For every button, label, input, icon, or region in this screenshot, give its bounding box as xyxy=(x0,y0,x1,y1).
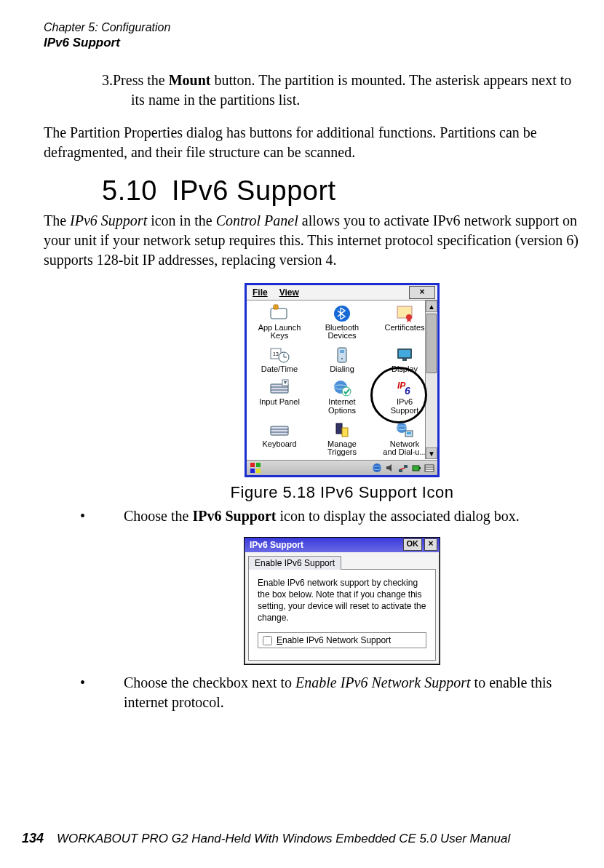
tab-enable-ipv6[interactable]: Enable IPv6 Support xyxy=(248,556,341,570)
svg-point-13 xyxy=(341,358,343,359)
page-header-section: IPv6 Support xyxy=(44,36,582,50)
cp-item-label: Keyboard xyxy=(262,440,296,449)
dialog-explainer: Enable IPv6 network support by checking … xyxy=(258,577,426,624)
keys-icon: A xyxy=(269,303,290,324)
scrollbar[interactable]: ▲ ▼ xyxy=(425,300,437,459)
dialog-titlebar: IPv6 Support OK × xyxy=(245,538,440,552)
enable-ipv6-row[interactable]: Enable IPv6 Network Support xyxy=(258,632,426,648)
svg-point-5 xyxy=(406,314,412,320)
bullet-choose-icon: •Choose the IPv6 Support icon to display… xyxy=(102,506,582,526)
taskbar xyxy=(247,460,437,475)
svg-text:13: 13 xyxy=(273,351,279,357)
svg-rect-46 xyxy=(419,467,421,469)
svg-rect-43 xyxy=(404,465,408,468)
control-panel-window: File View × AApp LaunchKeysBluetoothDevi… xyxy=(245,283,440,477)
cp-item-label: BluetoothDevices xyxy=(325,324,359,341)
cp-item-clock[interactable]: 13Date/Time xyxy=(248,345,311,374)
certificate-icon xyxy=(394,303,416,324)
mount-label: Mount xyxy=(169,72,211,88)
cp-item-globe-check[interactable]: InternetOptions xyxy=(311,378,373,415)
clock-icon: 13 xyxy=(269,345,290,365)
display-icon xyxy=(394,345,416,365)
step-3: 3.Press the Mount button. The partition … xyxy=(102,71,582,110)
svg-rect-45 xyxy=(413,466,419,471)
cp-item-label: App LaunchKeys xyxy=(258,324,301,341)
bluetooth-icon xyxy=(331,303,353,324)
tray-sip-icon[interactable] xyxy=(424,463,434,473)
start-icon[interactable] xyxy=(250,462,261,474)
menu-view[interactable]: View xyxy=(274,287,305,298)
manual-title: WORKABOUT PRO G2 Hand-Held With Windows … xyxy=(57,832,510,846)
cp-item-label: Display xyxy=(392,365,418,374)
svg-rect-34 xyxy=(407,432,411,434)
dialog-title: IPv6 Support xyxy=(247,540,403,550)
cp-item-keyboard[interactable]: Input Panel xyxy=(248,378,311,415)
svg-rect-0 xyxy=(271,308,287,319)
svg-point-23 xyxy=(342,387,351,396)
svg-rect-36 xyxy=(256,463,261,467)
close-icon[interactable]: × xyxy=(424,538,437,551)
svg-text:6: 6 xyxy=(405,385,410,397)
svg-rect-35 xyxy=(250,463,255,467)
cp-item-keys[interactable]: AApp LaunchKeys xyxy=(248,303,311,341)
cp-item-label: Dialing xyxy=(330,365,354,374)
enable-ipv6-checkbox[interactable] xyxy=(263,636,272,645)
globe-check-icon xyxy=(331,378,353,398)
keyboard-icon xyxy=(269,378,290,398)
svg-line-44 xyxy=(400,468,405,469)
svg-rect-29 xyxy=(336,423,342,434)
svg-point-39 xyxy=(373,463,381,472)
bullet-enable-checkbox: •Choose the checkbox next to Enable IPv6… xyxy=(102,673,582,712)
menu-file[interactable]: File xyxy=(247,287,274,298)
svg-rect-12 xyxy=(340,350,344,353)
svg-rect-15 xyxy=(399,350,410,357)
figure-caption: Figure 5.18 IPv6 Support Icon xyxy=(102,483,582,502)
svg-rect-26 xyxy=(271,426,288,435)
page-header-chapter: Chapter 5: Configuration xyxy=(44,20,582,36)
tray-battery-icon[interactable] xyxy=(411,463,421,473)
tray-volume-icon[interactable] xyxy=(385,463,395,473)
menubar: File View × xyxy=(247,285,437,300)
svg-rect-38 xyxy=(256,469,261,473)
cp-item-triggers[interactable]: ManageTriggers xyxy=(311,420,373,457)
tray-globe-icon[interactable] xyxy=(372,463,382,473)
ok-button[interactable]: OK xyxy=(403,538,423,551)
triggers-icon xyxy=(331,420,353,440)
cp-item-keyboard2[interactable]: Keyboard xyxy=(248,420,311,457)
cp-item-label: ManageTriggers xyxy=(327,440,357,457)
scroll-up-icon[interactable]: ▲ xyxy=(426,300,437,312)
scroll-down-icon[interactable]: ▼ xyxy=(426,447,437,459)
cp-item-label: Input Panel xyxy=(259,398,300,407)
page-number: 134 xyxy=(22,831,44,846)
ipv6-support-dialog: IPv6 Support OK × Enable IPv6 Support En… xyxy=(245,538,440,665)
control-panel-grid: AApp LaunchKeysBluetoothDevicesCertifica… xyxy=(247,300,437,460)
scroll-thumb[interactable] xyxy=(426,314,437,373)
network-icon xyxy=(394,420,416,440)
svg-marker-41 xyxy=(386,464,392,471)
cp-item-label: Networkand Dial-u... xyxy=(383,440,426,457)
svg-rect-47 xyxy=(425,465,434,471)
partition-paragraph: The Partition Properties dialog has butt… xyxy=(44,123,582,162)
ipv6-icon: IP6 xyxy=(394,378,416,398)
close-icon[interactable]: × xyxy=(409,286,435,299)
step-number: 3. xyxy=(102,72,113,88)
keyboard2-icon xyxy=(269,420,290,440)
svg-rect-16 xyxy=(402,359,407,361)
tray-network-icon[interactable] xyxy=(398,463,408,473)
ipv6-intro-paragraph: The IPv6 Support icon in the Control Pan… xyxy=(44,211,582,270)
svg-rect-37 xyxy=(250,469,255,473)
phone-icon xyxy=(331,345,353,365)
cp-item-label: IPv6Support xyxy=(391,398,419,415)
section-heading: 5.10IPv6 Support xyxy=(44,175,582,207)
cp-item-phone[interactable]: Dialing xyxy=(311,345,373,374)
cp-item-label: InternetOptions xyxy=(328,398,356,415)
cp-item-label: Date/Time xyxy=(261,365,298,374)
enable-ipv6-label: Enable IPv6 Network Support xyxy=(277,635,391,645)
svg-rect-30 xyxy=(342,428,348,437)
cp-item-bluetooth[interactable]: BluetoothDevices xyxy=(311,303,373,341)
cp-item-label: Certificates xyxy=(384,324,424,333)
